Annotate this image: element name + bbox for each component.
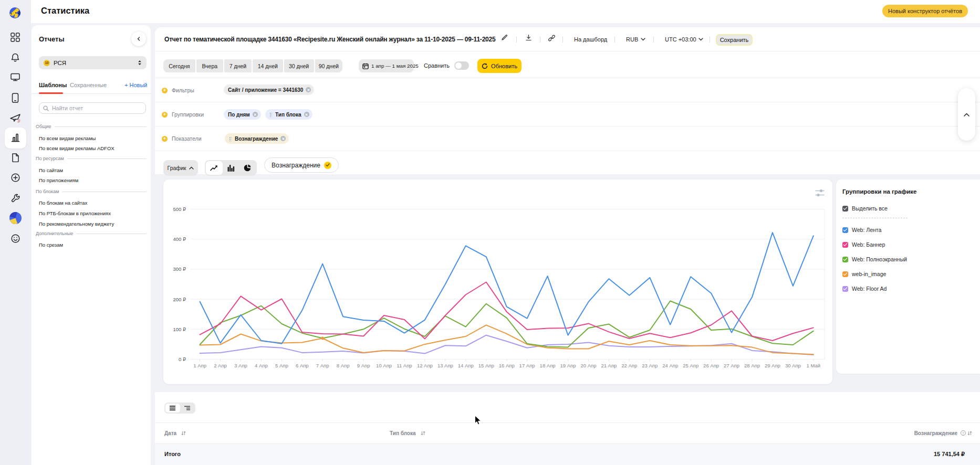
svg-text:27 Апр: 27 Апр [724, 363, 739, 368]
svg-text:4 Апр: 4 Апр [255, 363, 268, 368]
svg-text:3 Апр: 3 Апр [234, 363, 247, 368]
svg-text:20 Апр: 20 Апр [581, 363, 597, 368]
svg-text:23 Апр: 23 Апр [642, 363, 658, 368]
svg-text:0 ₽: 0 ₽ [179, 356, 186, 362]
svg-text:18 Апр: 18 Апр [540, 363, 556, 368]
svg-text:28 Апр: 28 Апр [744, 363, 760, 368]
svg-text:8 Апр: 8 Апр [337, 363, 350, 368]
svg-text:10 Апр: 10 Апр [376, 363, 392, 368]
svg-text:15 Апр: 15 Апр [478, 363, 494, 368]
svg-text:13 Апр: 13 Апр [437, 363, 453, 368]
svg-text:1 Май: 1 Май [807, 363, 821, 368]
svg-text:2 Апр: 2 Апр [214, 363, 227, 368]
svg-text:22 Апр: 22 Апр [621, 363, 637, 368]
svg-text:300 ₽: 300 ₽ [173, 266, 186, 272]
svg-text:30 Апр: 30 Апр [785, 363, 801, 368]
svg-text:1 Апр: 1 Апр [193, 363, 206, 368]
svg-text:200 ₽: 200 ₽ [173, 297, 186, 302]
svg-text:9 Апр: 9 Апр [357, 363, 370, 368]
svg-text:100 ₽: 100 ₽ [173, 326, 186, 332]
svg-text:25 Апр: 25 Апр [683, 363, 698, 368]
svg-text:26 Апр: 26 Апр [703, 363, 719, 368]
svg-text:24 Апр: 24 Апр [662, 363, 678, 368]
svg-text:21 Апр: 21 Апр [601, 363, 617, 368]
svg-text:17 Апр: 17 Апр [519, 363, 535, 368]
svg-text:6 Апр: 6 Апр [296, 363, 309, 368]
svg-text:400 ₽: 400 ₽ [173, 236, 186, 242]
svg-text:11 Апр: 11 Апр [397, 363, 412, 368]
svg-text:β: β [17, 119, 20, 123]
svg-text:14 Апр: 14 Апр [458, 363, 474, 368]
svg-text:16 Апр: 16 Апр [499, 363, 515, 368]
svg-text:500 ₽: 500 ₽ [173, 206, 186, 212]
svg-text:29 Апр: 29 Апр [765, 363, 780, 368]
svg-text:7 Апр: 7 Апр [316, 363, 329, 368]
svg-text:5 Апр: 5 Апр [275, 363, 288, 368]
svg-text:19 Апр: 19 Апр [560, 363, 576, 368]
svg-text:12 Апр: 12 Апр [417, 363, 433, 368]
